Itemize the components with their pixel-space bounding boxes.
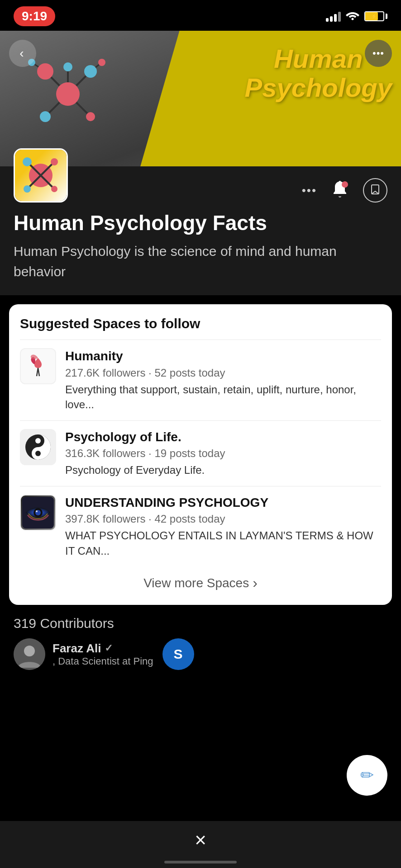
- understanding-psychology-name: UNDERSTANDING PSYCHOLOGY: [65, 495, 381, 511]
- signal-icon: [326, 11, 341, 22]
- suggested-spaces-title: Suggested Spaces to follow: [20, 316, 381, 331]
- psychology-of-life-icon: [20, 429, 56, 465]
- space-item-understanding-psychology[interactable]: UNDERSTANDING PSYCHOLOGY 397.8K follower…: [20, 486, 381, 567]
- svg-point-36: [36, 510, 38, 512]
- svg-point-15: [98, 59, 105, 66]
- humanity-desc: Everything that support, sustain, retain…: [65, 382, 381, 412]
- humanity-icon: [20, 348, 56, 384]
- notifications-button[interactable]: [328, 178, 352, 203]
- contributor-name-faraz: Faraz Ali ✓: [53, 642, 153, 656]
- understanding-psychology-info: UNDERSTANDING PSYCHOLOGY 397.8K follower…: [65, 495, 381, 559]
- page-description: Human Psychology is the science of mind …: [14, 241, 387, 282]
- more-options-button[interactable]: •••: [365, 40, 392, 67]
- verified-icon: ✓: [105, 642, 113, 654]
- status-icons: ⚡: [326, 9, 387, 24]
- psychology-of-life-meta: 316.3K followers · 19 posts today: [65, 447, 381, 460]
- contributor-row: Faraz Ali ✓ , Data Scientist at Ping S: [14, 638, 387, 670]
- banner-psychology-text: Psychology: [244, 73, 392, 102]
- header-banner: Human Psychology ‹ •••: [0, 31, 401, 166]
- humanity-info: Humanity 217.6K followers · 52 posts tod…: [65, 348, 381, 412]
- contributor-avatar-faraz: [14, 638, 45, 670]
- more-actions-button[interactable]: •••: [302, 184, 317, 198]
- bookmark-button[interactable]: [363, 178, 387, 203]
- svg-point-25: [342, 181, 348, 188]
- back-chevron-icon: ‹: [19, 47, 24, 60]
- wifi-icon: [345, 9, 360, 24]
- svg-point-9: [37, 63, 53, 80]
- profile-avatar: [14, 148, 68, 203]
- view-more-spaces-button[interactable]: View more Spaces ›: [20, 566, 381, 593]
- profile-actions: •••: [302, 178, 387, 203]
- suggested-spaces-card: Suggested Spaces to follow Humanity 217.…: [9, 304, 392, 605]
- view-more-chevron: ›: [253, 575, 258, 591]
- avatar-inner: [15, 150, 67, 201]
- space-item-psychology-of-life[interactable]: Psychology of Life. 316.3K followers · 1…: [20, 420, 381, 486]
- svg-point-13: [63, 62, 72, 71]
- svg-point-8: [56, 82, 80, 106]
- svg-point-21: [23, 157, 32, 166]
- home-indicator: [164, 861, 237, 863]
- svg-point-22: [51, 158, 58, 165]
- space-item-humanity[interactable]: Humanity 217.6K followers · 52 posts tod…: [20, 340, 381, 420]
- profile-avatar-row: •••: [14, 166, 387, 203]
- faraz-name-text: Faraz Ali: [53, 642, 101, 656]
- contributors-title: 319 Contributors: [14, 616, 387, 631]
- contributor-info-faraz: Faraz Ali ✓ , Data Scientist at Ping: [53, 642, 153, 667]
- page-title: Human Psychology Facts: [14, 211, 387, 236]
- understanding-psychology-icon: [20, 495, 56, 531]
- svg-point-24: [51, 186, 57, 192]
- psychology-of-life-info: Psychology of Life. 316.3K followers · 1…: [65, 429, 381, 478]
- humanity-meta: 217.6K followers · 52 posts today: [65, 367, 381, 379]
- svg-point-12: [86, 112, 95, 121]
- svg-point-38: [24, 646, 35, 656]
- contributor-role-faraz: , Data Scientist at Ping: [53, 656, 153, 667]
- svg-point-23: [24, 185, 31, 193]
- more-dots-icon: •••: [372, 47, 384, 59]
- banner-background: Human Psychology: [0, 31, 401, 166]
- back-button[interactable]: ‹: [9, 40, 36, 67]
- contributors-section: 319 Contributors Faraz Ali ✓ , Data Scie…: [0, 605, 401, 677]
- profile-section: ••• Human Psychology Facts Human Psychol…: [0, 166, 401, 295]
- status-bar: 9:19 ⚡: [0, 0, 401, 31]
- close-button[interactable]: ×: [195, 830, 206, 850]
- svg-point-11: [40, 111, 51, 122]
- compose-fab-button[interactable]: ✏: [347, 755, 387, 796]
- battery-icon: ⚡: [364, 11, 387, 21]
- understanding-psychology-desc: WHAT PSYCHOLOGY ENTAILS IN LAYMAN'S TERM…: [65, 528, 381, 558]
- svg-point-0: [352, 18, 354, 20]
- psychology-of-life-name: Psychology of Life.: [65, 429, 381, 445]
- svg-point-31: [35, 438, 41, 443]
- understanding-psychology-meta: 397.8K followers · 42 posts today: [65, 513, 381, 525]
- psychology-of-life-desc: Psychology of Everyday Life.: [65, 462, 381, 478]
- contributor-avatar-s: S: [162, 638, 194, 670]
- svg-point-32: [35, 451, 41, 456]
- compose-icon: ✏: [360, 766, 374, 785]
- svg-point-10: [84, 65, 97, 78]
- humanity-name: Humanity: [65, 348, 381, 364]
- view-more-label: View more Spaces: [143, 576, 249, 590]
- status-time: 9:19: [14, 6, 55, 26]
